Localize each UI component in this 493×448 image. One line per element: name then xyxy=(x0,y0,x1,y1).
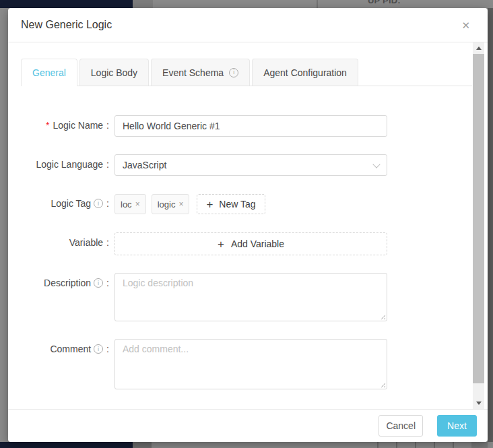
required-mark: * xyxy=(46,120,49,131)
logic-name-input[interactable] xyxy=(114,115,387,137)
screen: UP PID: New Generic Logic ✕ General Logi… xyxy=(0,0,493,448)
variable-label: Variable: xyxy=(21,232,109,249)
scroll-down-button[interactable] xyxy=(473,397,484,409)
selected-value: JavaScript xyxy=(123,160,166,170)
triangle-up-icon xyxy=(476,46,482,50)
backdrop-dark-cell xyxy=(471,442,488,448)
tab-agent-configuration[interactable]: Agent Configuration xyxy=(252,59,358,86)
chevron-down-icon xyxy=(372,160,380,168)
logic-tag-label: Logic Tag i : xyxy=(21,193,109,210)
backdrop-column-divider xyxy=(415,442,416,448)
description-row: Description i : xyxy=(21,273,488,321)
tab-general[interactable]: General xyxy=(21,59,77,86)
backdrop-partial-text: UP PID: xyxy=(368,0,401,5)
description-textarea[interactable] xyxy=(114,273,387,321)
backdrop-right-strip xyxy=(488,8,493,442)
tag-list: loc × logic × + New Tag xyxy=(114,193,387,215)
new-tag-button[interactable]: + New Tag xyxy=(197,194,265,214)
info-icon[interactable]: i xyxy=(94,344,103,354)
dialog-body: General Logic Body Event Schema i Agent … xyxy=(8,42,488,409)
backdrop-bottom-strip xyxy=(0,442,493,448)
backdrop-navy-sidebar xyxy=(0,0,133,8)
tab-label: General xyxy=(32,67,66,78)
plus-icon: + xyxy=(218,238,224,250)
backdrop-divider xyxy=(317,0,318,8)
description-label: Description i : xyxy=(21,273,109,289)
tab-event-schema[interactable]: Event Schema i xyxy=(151,59,250,86)
tab-label: Agent Configuration xyxy=(263,67,347,78)
triangle-down-icon xyxy=(476,402,482,405)
logic-name-label: * Logic Name: xyxy=(21,115,109,131)
dialog-footer: Cancel Next xyxy=(8,409,488,442)
backdrop-top-strip: UP PID: xyxy=(0,0,493,8)
dialog-header: New Generic Logic ✕ xyxy=(8,8,488,42)
scrollbar-thumb[interactable] xyxy=(473,54,484,383)
tab-label: Logic Body xyxy=(91,67,137,78)
variable-row: Variable: + Add Variable xyxy=(21,232,488,255)
info-icon[interactable]: i xyxy=(94,278,103,288)
tab-bar: General Logic Body Event Schema i Agent … xyxy=(21,59,472,86)
info-icon[interactable]: i xyxy=(229,68,238,77)
dialog-title: New Generic Logic xyxy=(21,19,112,31)
logic-language-row: Logic Language: JavaScript xyxy=(21,154,488,176)
tag-loc: loc × xyxy=(114,194,146,214)
scrollbar-track[interactable] xyxy=(473,42,484,409)
plus-icon: + xyxy=(206,199,213,210)
backdrop-column-divider xyxy=(434,442,435,448)
tag-logic: logic × xyxy=(152,194,190,214)
tab-logic-body[interactable]: Logic Body xyxy=(79,59,149,86)
tag-close-icon[interactable]: × xyxy=(178,199,183,209)
tag-close-icon[interactable]: × xyxy=(135,199,140,209)
add-variable-button[interactable]: + Add Variable xyxy=(114,232,387,255)
comment-row: Comment i : xyxy=(21,339,488,389)
logic-language-label: Logic Language: xyxy=(21,154,109,170)
logic-language-select[interactable]: JavaScript xyxy=(114,154,387,176)
backdrop-column-divider xyxy=(453,442,454,448)
backdrop-column-divider xyxy=(377,442,379,448)
backdrop-column-divider xyxy=(396,442,397,448)
logic-tag-row: Logic Tag i : loc × xyxy=(21,193,488,215)
scroll-up-button[interactable] xyxy=(473,42,484,54)
next-button[interactable]: Next xyxy=(437,415,477,437)
backdrop-gray-segment xyxy=(133,0,153,8)
close-icon[interactable]: ✕ xyxy=(459,19,473,32)
general-form: * Logic Name: Logic Language: JavaScript xyxy=(21,115,488,389)
new-generic-logic-dialog: New Generic Logic ✕ General Logic Body E… xyxy=(8,8,488,442)
backdrop-gray-segment-bottom xyxy=(133,442,152,448)
info-icon[interactable]: i xyxy=(94,199,103,208)
tab-label: Event Schema xyxy=(162,67,224,78)
backdrop-navy-sidebar-bottom xyxy=(0,442,133,448)
comment-label: Comment i : xyxy=(21,339,109,355)
cancel-button[interactable]: Cancel xyxy=(379,415,423,437)
comment-textarea[interactable] xyxy=(114,339,387,389)
logic-name-row: * Logic Name: xyxy=(21,115,488,137)
